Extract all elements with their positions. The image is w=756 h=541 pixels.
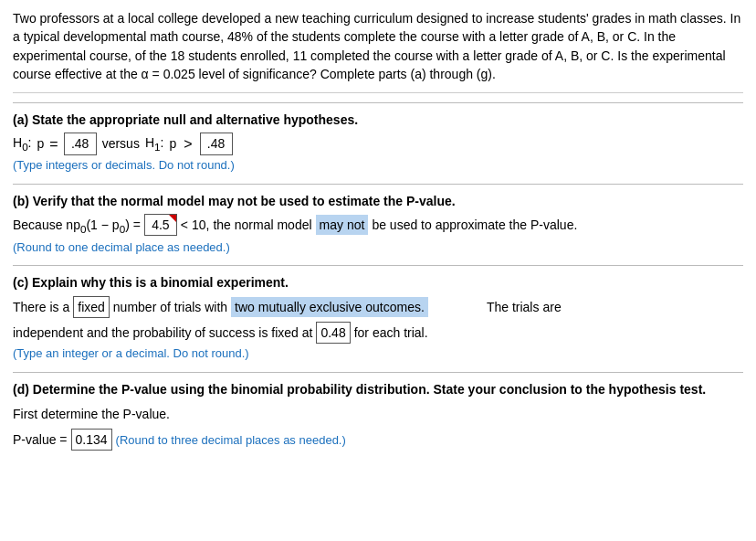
section-c-hint: (Type an integer or a decimal. Do not ro… [13, 345, 743, 363]
section-a-hint: (Type integers or decimals. Do not round… [13, 157, 743, 175]
two-outcomes-highlight: two mutually exclusive outcomes. [231, 297, 428, 317]
intro-text: Two professors at a local college develo… [13, 11, 740, 81]
probability-box[interactable]: 0.48 [316, 322, 350, 344]
section-a: (a) State the appropriate null and alter… [13, 111, 743, 174]
hypothesis-row: H0: p = .48 versus H1: p > .48 [13, 133, 743, 154]
part-b-formula-row: Because np0(1 − p0) = 4.5 < 10, the norm… [13, 214, 743, 238]
section-d-label: (d) Determine the P-value using the bino… [13, 380, 743, 398]
h0-label: H0: [13, 133, 32, 155]
pvalue-box[interactable]: 0.134 [71, 429, 112, 451]
h0-value-box[interactable]: .48 [64, 133, 97, 154]
section-d: (d) Determine the P-value using the bino… [13, 380, 743, 451]
section-d-hint: (Round to three decimal places as needed… [116, 432, 346, 450]
h1-gt: > [182, 133, 194, 154]
may-not-highlight: may not [316, 215, 369, 235]
formula-value-box[interactable]: 4.5 [144, 214, 177, 236]
part-c-sentence-row: There is a fixed number of trials with t… [13, 296, 743, 318]
section-c-label: (c) Explain why this is a binomial exper… [13, 273, 743, 292]
section-b-hint: (Round to one decimal place as needed.) [13, 239, 743, 257]
first-determine-text: First determine the P-value. [13, 405, 743, 423]
versus-text: versus [102, 134, 140, 153]
part-c-sentence2-row: independent and the probability of succe… [13, 322, 743, 344]
intro-paragraph: Two professors at a local college develo… [13, 9, 743, 93]
h0-equals: = [49, 133, 58, 154]
fixed-box[interactable]: fixed [73, 296, 110, 318]
h1-value-box[interactable]: .48 [200, 133, 233, 154]
h1-label: H1: [145, 133, 164, 155]
section-b: (b) Verify that the normal model may not… [13, 192, 743, 257]
section-b-label: (b) Verify that the normal model may not… [13, 192, 743, 210]
pvalue-row: P-value = 0.134 (Round to three decimal … [13, 429, 743, 451]
section-a-label: (a) State the appropriate null and alter… [13, 111, 743, 129]
section-c: (c) Explain why this is a binomial exper… [13, 273, 743, 363]
